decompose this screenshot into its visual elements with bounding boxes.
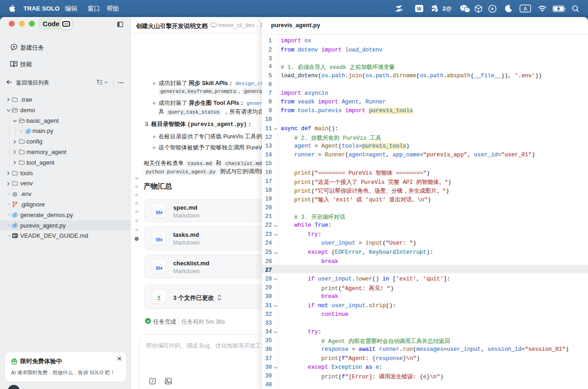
svg-text:W: W: [417, 6, 422, 11]
svg-text:M: M: [156, 237, 160, 242]
svg-text:M: M: [13, 234, 15, 237]
svg-text:M: M: [156, 209, 160, 215]
svg-text:A: A: [524, 6, 527, 11]
svg-text:M: M: [156, 265, 160, 271]
